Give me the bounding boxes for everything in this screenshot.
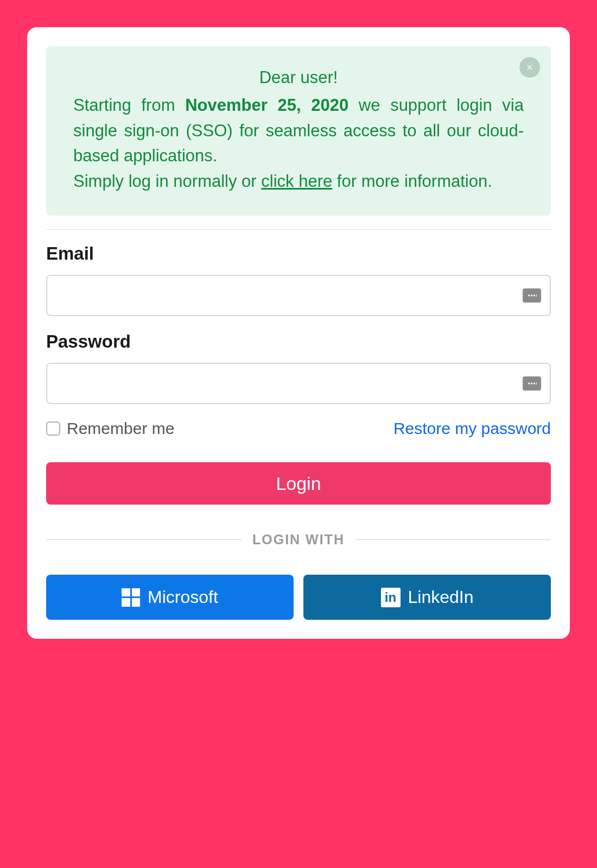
close-icon [525, 63, 534, 72]
login-with-divider: LOGIN WITH [46, 532, 551, 548]
alert-text-prefix: Starting from [73, 96, 185, 115]
alert-line2-prefix: Simply log in normally or [73, 172, 261, 191]
info-alert: Dear user! Starting from November 25, 20… [46, 46, 551, 216]
password-input-wrap [46, 363, 551, 404]
remember-me-checkbox[interactable] [46, 422, 60, 436]
divider-line [355, 539, 551, 540]
alert-more-info-link[interactable]: click here [261, 172, 332, 191]
email-field[interactable] [46, 275, 551, 316]
alert-title: Dear user! [73, 68, 524, 87]
login-with-label: LOGIN WITH [252, 532, 345, 548]
email-label: Email [46, 243, 551, 264]
email-input-wrap [46, 275, 551, 316]
options-row: Remember me Restore my password [46, 419, 551, 438]
divider [46, 229, 551, 230]
linkedin-label: LinkedIn [408, 587, 474, 607]
restore-password-link[interactable]: Restore my password [393, 419, 551, 438]
alert-close-button[interactable] [519, 57, 540, 78]
alert-body: Starting from November 25, 2020 we suppo… [73, 93, 524, 194]
login-button[interactable]: Login [46, 462, 551, 505]
linkedin-icon: in [381, 588, 401, 607]
microsoft-icon [122, 588, 140, 607]
divider-line [46, 539, 242, 540]
password-label: Password [46, 331, 551, 352]
microsoft-label: Microsoft [148, 587, 218, 607]
remember-me-label: Remember me [67, 419, 174, 438]
alert-date-bold: November 25, 2020 [185, 96, 348, 115]
linkedin-login-button[interactable]: in LinkedIn [303, 575, 551, 620]
remember-me-wrap[interactable]: Remember me [46, 419, 174, 438]
microsoft-login-button[interactable]: Microsoft [46, 575, 294, 620]
password-manager-icon[interactable] [523, 376, 541, 391]
alert-line2-suffix: for more information. [332, 172, 492, 191]
login-card: Dear user! Starting from November 25, 20… [27, 27, 570, 639]
password-field[interactable] [46, 363, 551, 404]
password-manager-icon[interactable] [523, 288, 541, 303]
social-buttons-row: Microsoft in LinkedIn [46, 575, 551, 620]
